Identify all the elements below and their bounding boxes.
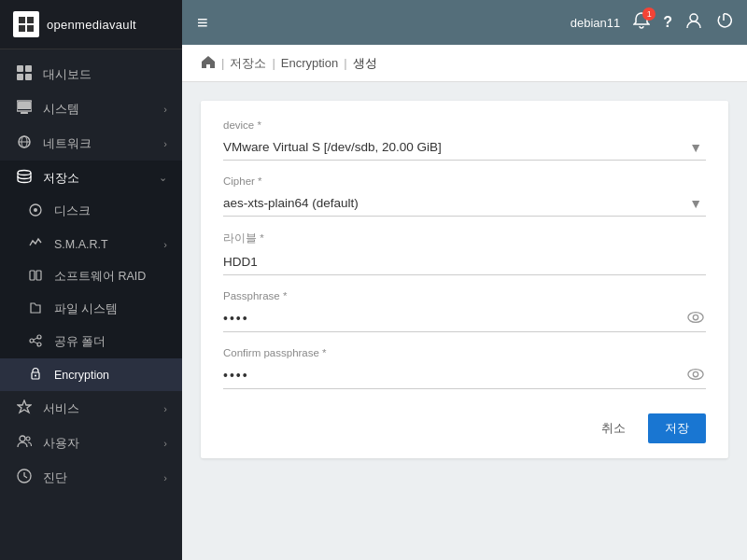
form-card: device * VMware Virtual S [/dev/sdb, 20.…	[201, 101, 728, 458]
sidebar-item-encryption[interactable]: Encryption	[0, 358, 182, 391]
notification-badge: 1	[642, 7, 655, 21]
smart-arrow: ›	[163, 239, 167, 250]
svg-point-31	[693, 315, 698, 319]
shared-label: 공유 폴더	[54, 334, 106, 350]
device-field: device * VMware Virtual S [/dev/sdb, 20.…	[223, 119, 706, 161]
dashboard-label: 대시보드	[43, 66, 92, 83]
form-actions: 취소 저장	[223, 404, 706, 443]
sidebar-item-disk[interactable]: 디스크	[0, 195, 182, 228]
network-label: 네트워크	[43, 135, 92, 152]
sidebar-item-raid[interactable]: 소프트웨어 RAID	[0, 260, 182, 293]
breadcrumb-sep-1: |	[221, 56, 224, 70]
cipher-select[interactable]: aes-xts-plain64 (default)	[223, 190, 706, 217]
sidebar-item-system[interactable]: 시스템 ›	[0, 91, 182, 126]
cipher-select-wrapper: aes-xts-plain64 (default) ▼	[223, 190, 706, 217]
notification-button[interactable]: 1	[633, 12, 650, 33]
smart-icon	[26, 236, 45, 252]
dashboard-icon	[15, 65, 34, 83]
passphrase-eye-button[interactable]	[687, 311, 704, 328]
sidebar-item-network[interactable]: 네트워크 ›	[0, 126, 182, 161]
svg-point-21	[37, 343, 41, 346]
raid-icon	[26, 269, 45, 285]
svg-rect-0	[19, 17, 25, 23]
storage-section: 저장소 ⌄ 디스크 S.M.A.R.T › 소프	[0, 161, 182, 391]
svg-point-25	[35, 375, 36, 377]
filesystem-icon	[26, 301, 45, 317]
sidebar-item-smart[interactable]: S.M.A.R.T ›	[0, 228, 182, 260]
device-select[interactable]: VMware Virtual S [/dev/sdb, 20.00 GiB]	[223, 134, 706, 161]
svg-line-23	[34, 342, 37, 343]
breadcrumb-current: 생성	[353, 55, 377, 72]
svg-point-20	[37, 335, 41, 339]
filesystem-label: 파일 시스템	[54, 301, 118, 317]
breadcrumb-storage[interactable]: 저장소	[230, 55, 266, 72]
topbar: ≡ debian11 1 ?	[182, 0, 747, 45]
username-label: debian11	[571, 16, 621, 30]
user-button[interactable]	[685, 12, 702, 33]
passphrase-field: Passphrase *	[223, 290, 706, 332]
logo-box	[13, 11, 39, 37]
passphrase-input[interactable]	[223, 305, 706, 332]
topbar-left: ≡	[197, 12, 208, 34]
svg-rect-2	[19, 25, 25, 32]
diagnostics-icon	[15, 469, 34, 486]
sidebar-item-diagnostics[interactable]: 진단 ›	[0, 460, 182, 495]
svg-point-29	[690, 14, 698, 21]
raid-label: 소프트웨어 RAID	[54, 269, 146, 285]
confirm-input[interactable]	[223, 362, 706, 389]
svg-point-19	[30, 339, 34, 343]
label-label: 라이블 *	[223, 231, 706, 245]
svg-point-32	[688, 369, 703, 379]
passphrase-wrapper	[223, 305, 706, 332]
confirm-eye-button[interactable]	[687, 368, 704, 385]
storage-arrow: ⌄	[159, 172, 167, 184]
topbar-right: debian11 1 ?	[571, 12, 732, 33]
passphrase-label: Passphrase *	[223, 290, 706, 301]
svg-rect-5	[25, 65, 32, 72]
help-button[interactable]: ?	[663, 14, 672, 31]
services-icon	[15, 399, 34, 417]
shared-icon	[26, 334, 45, 350]
label-input[interactable]	[223, 249, 706, 275]
storage-icon	[15, 169, 34, 187]
svg-point-30	[688, 312, 703, 322]
svg-point-27	[20, 436, 25, 441]
power-button[interactable]	[715, 12, 732, 33]
menu-button[interactable]: ≡	[197, 12, 208, 34]
svg-rect-1	[27, 17, 34, 23]
svg-point-33	[693, 371, 698, 376]
sidebar-item-storage[interactable]: 저장소 ⌄	[0, 161, 182, 195]
services-label: 서비스	[43, 400, 79, 417]
svg-line-22	[34, 338, 37, 340]
network-arrow: ›	[163, 138, 167, 149]
users-label: 사용자	[43, 435, 79, 452]
breadcrumb: | 저장소 | Encryption | 생성	[182, 45, 747, 82]
cipher-field: Cipher * aes-xts-plain64 (default) ▼	[223, 175, 706, 217]
confirm-wrapper	[223, 362, 706, 389]
svg-point-28	[26, 437, 30, 441]
sidebar-logo: openmediavault	[0, 0, 182, 49]
sidebar-item-dashboard[interactable]: 대시보드	[0, 57, 182, 91]
confirm-field: Confirm passphrase *	[223, 347, 706, 389]
breadcrumb-encryption[interactable]: Encryption	[281, 56, 338, 70]
svg-rect-17	[30, 271, 35, 280]
sidebar: openmediavault 대시보드 시스템 › 네트워크 ›	[0, 0, 182, 560]
save-button[interactable]: 저장	[648, 413, 706, 443]
system-arrow: ›	[163, 104, 167, 115]
home-icon[interactable]	[201, 54, 216, 72]
sidebar-item-services[interactable]: 서비스 ›	[0, 391, 182, 426]
encryption-icon	[26, 367, 45, 383]
svg-rect-3	[27, 25, 34, 32]
svg-rect-18	[36, 271, 41, 280]
diagnostics-label: 진단	[43, 469, 67, 486]
content-area: device * VMware Virtual S [/dev/sdb, 20.…	[182, 82, 747, 560]
cancel-button[interactable]: 취소	[588, 413, 639, 443]
sidebar-item-shared[interactable]: 공유 폴더	[0, 326, 182, 358]
svg-point-16	[34, 208, 37, 212]
device-select-wrapper: VMware Virtual S [/dev/sdb, 20.00 GiB] ▼	[223, 134, 706, 161]
storage-label: 저장소	[43, 170, 79, 187]
sidebar-item-filesystem[interactable]: 파일 시스템	[0, 293, 182, 326]
sidebar-item-users[interactable]: 사용자 ›	[0, 426, 182, 460]
sidebar-menu: 대시보드 시스템 › 네트워크 › 저장소 ⌄	[0, 49, 182, 560]
encryption-label: Encryption	[54, 369, 109, 382]
